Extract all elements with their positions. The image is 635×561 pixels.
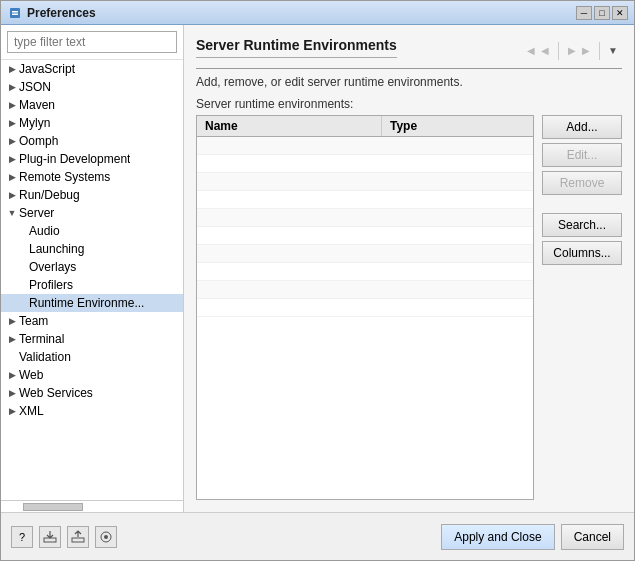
- tree-label-web: Web: [19, 368, 43, 382]
- table-row: [197, 209, 533, 227]
- expand-icon-web: ▶: [5, 368, 19, 382]
- tree-label-runtime-env: Runtime Environme...: [29, 296, 144, 310]
- footer-icons: ?: [11, 526, 441, 548]
- col-name: Name: [197, 116, 382, 136]
- expand-icon-xml: ▶: [5, 404, 19, 418]
- col-type: Type: [382, 116, 533, 136]
- tree-label-maven: Maven: [19, 98, 55, 112]
- tree-item-json[interactable]: ▶ JSON: [1, 78, 183, 96]
- tree-label-server: Server: [19, 206, 54, 220]
- tree-item-runtime-env[interactable]: Runtime Environme...: [1, 294, 183, 312]
- back-arrow2[interactable]: ◀: [536, 42, 554, 60]
- tree-item-web[interactable]: ▶ Web: [1, 366, 183, 384]
- minimize-button[interactable]: ─: [576, 6, 592, 20]
- tree-item-terminal[interactable]: ▶ Terminal: [1, 330, 183, 348]
- button-spacer: [542, 199, 622, 209]
- tree-item-team[interactable]: ▶ Team: [1, 312, 183, 330]
- action-buttons: Add... Edit... Remove Search... Columns.…: [542, 115, 622, 500]
- forward-arrow2[interactable]: ▶: [577, 42, 595, 60]
- expand-icon-team: ▶: [5, 314, 19, 328]
- close-button[interactable]: ✕: [612, 6, 628, 20]
- tree-item-plugin-dev[interactable]: ▶ Plug-in Development: [1, 150, 183, 168]
- table-row: [197, 227, 533, 245]
- svg-rect-2: [12, 13, 18, 15]
- table-area: Name Type: [196, 115, 622, 500]
- tree-item-javascript[interactable]: ▶ JavaScript: [1, 60, 183, 78]
- right-panel: Server Runtime Environments ◀ ◀ ▶ ▶ ▼ Ad…: [184, 25, 634, 512]
- tree-label-xml: XML: [19, 404, 44, 418]
- footer: ? Apply and Close Cancel: [1, 512, 634, 560]
- help-icon[interactable]: ?: [11, 526, 33, 548]
- svg-rect-0: [10, 8, 20, 18]
- environments-label: Server runtime environments:: [196, 97, 622, 111]
- dialog-actions: Apply and Close Cancel: [441, 524, 624, 550]
- expand-icon-javascript: ▶: [5, 62, 19, 76]
- tree-label-remote-systems: Remote Systems: [19, 170, 110, 184]
- main-content: ▶ JavaScript ▶ JSON ▶ Maven ▶ Mylyn: [1, 25, 634, 512]
- tree-item-profilers[interactable]: Profilers: [1, 276, 183, 294]
- columns-button[interactable]: Columns...: [542, 241, 622, 265]
- tree-label-terminal: Terminal: [19, 332, 64, 346]
- expand-icon-remote-systems: ▶: [5, 170, 19, 184]
- tree-label-validation: Validation: [19, 350, 71, 364]
- tree-label-overlays: Overlays: [29, 260, 76, 274]
- expand-icon-maven: ▶: [5, 98, 19, 112]
- expand-icon-web-services: ▶: [5, 386, 19, 400]
- tree-label-oomph: Oomph: [19, 134, 58, 148]
- section-header: Server Runtime Environments ◀ ◀ ▶ ▶ ▼: [196, 37, 622, 69]
- table-row: [197, 137, 533, 155]
- tree-label-audio: Audio: [29, 224, 60, 238]
- tree-item-launching[interactable]: Launching: [1, 240, 183, 258]
- horizontal-scrollbar[interactable]: [1, 500, 183, 512]
- tree-item-server[interactable]: ▼ Server: [1, 204, 183, 222]
- tree-label-run-debug: Run/Debug: [19, 188, 80, 202]
- edit-button[interactable]: Edit...: [542, 143, 622, 167]
- tree-item-audio[interactable]: Audio: [1, 222, 183, 240]
- tree-item-validation[interactable]: ▶ Validation: [1, 348, 183, 366]
- title-bar: Preferences ─ □ ✕: [1, 1, 634, 25]
- cancel-button[interactable]: Cancel: [561, 524, 624, 550]
- tree-area: ▶ JavaScript ▶ JSON ▶ Maven ▶ Mylyn: [1, 59, 183, 500]
- svg-rect-4: [72, 538, 84, 542]
- nav-arrows: ◀ ◀ ▶ ▶ ▼: [522, 42, 622, 60]
- table-row: [197, 245, 533, 263]
- tree-label-plugin-dev: Plug-in Development: [19, 152, 130, 166]
- maximize-button[interactable]: □: [594, 6, 610, 20]
- tree-label-launching: Launching: [29, 242, 84, 256]
- expand-icon-run-debug: ▶: [5, 188, 19, 202]
- import-icon[interactable]: [67, 526, 89, 548]
- tree-item-run-debug[interactable]: ▶ Run/Debug: [1, 186, 183, 204]
- tree-label-mylyn: Mylyn: [19, 116, 50, 130]
- preferences-window: Preferences ─ □ ✕ ▶ JavaScript ▶ JSON: [0, 0, 635, 561]
- dropdown-arrow[interactable]: ▼: [604, 42, 622, 60]
- export-icon[interactable]: [39, 526, 61, 548]
- table-body[interactable]: [197, 137, 533, 499]
- tree-label-json: JSON: [19, 80, 51, 94]
- table-row: [197, 299, 533, 317]
- remove-button[interactable]: Remove: [542, 171, 622, 195]
- table-header: Name Type: [197, 116, 533, 137]
- tree-item-overlays[interactable]: Overlays: [1, 258, 183, 276]
- tree-label-team: Team: [19, 314, 48, 328]
- environments-table: Name Type: [196, 115, 534, 500]
- svg-point-6: [104, 535, 108, 539]
- section-description: Add, remove, or edit server runtime envi…: [196, 75, 622, 89]
- settings-icon[interactable]: [95, 526, 117, 548]
- tree-item-xml[interactable]: ▶ XML: [1, 402, 183, 420]
- window-controls: ─ □ ✕: [576, 6, 628, 20]
- filter-input[interactable]: [7, 31, 177, 53]
- search-button[interactable]: Search...: [542, 213, 622, 237]
- tree-item-remote-systems[interactable]: ▶ Remote Systems: [1, 168, 183, 186]
- add-button[interactable]: Add...: [542, 115, 622, 139]
- table-row: [197, 191, 533, 209]
- table-row: [197, 281, 533, 299]
- tree-item-mylyn[interactable]: ▶ Mylyn: [1, 114, 183, 132]
- tree-item-oomph[interactable]: ▶ Oomph: [1, 132, 183, 150]
- svg-rect-1: [12, 11, 18, 13]
- apply-close-button[interactable]: Apply and Close: [441, 524, 554, 550]
- window-title: Preferences: [27, 6, 576, 20]
- tree-item-maven[interactable]: ▶ Maven: [1, 96, 183, 114]
- left-panel: ▶ JavaScript ▶ JSON ▶ Maven ▶ Mylyn: [1, 25, 184, 512]
- tree-item-web-services[interactable]: ▶ Web Services: [1, 384, 183, 402]
- expand-icon-server: ▼: [5, 206, 19, 220]
